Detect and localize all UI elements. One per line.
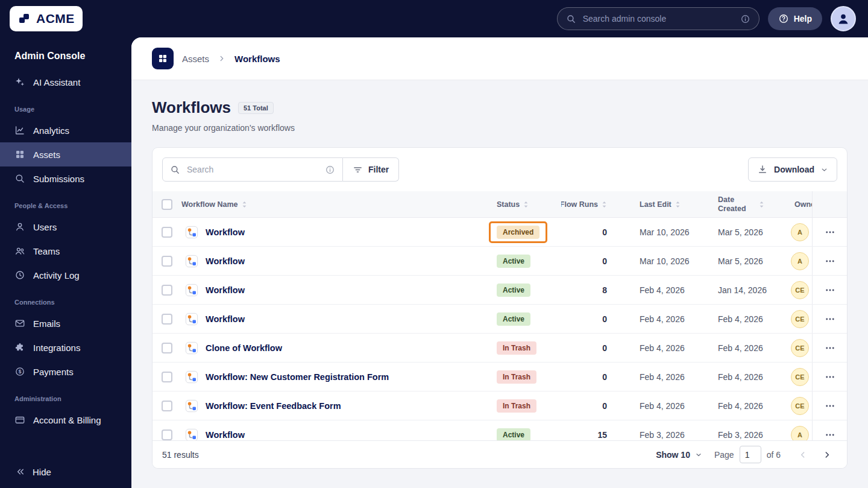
sort-icon[interactable] — [523, 200, 529, 209]
row-more-button[interactable] — [820, 338, 840, 358]
flow-runs-value: 8 — [561, 285, 621, 295]
logo-text: ACME — [36, 11, 75, 26]
table-body: Workflow Archived 0 Mar 10, 2026 Mar 5, … — [153, 218, 847, 440]
filter-icon — [353, 165, 363, 175]
last-edit-value: Feb 3, 2026 — [621, 430, 711, 440]
workflow-name[interactable]: Workflow: New Customer Registration Form — [206, 372, 389, 382]
row-checkbox[interactable] — [162, 429, 172, 440]
row-checkbox[interactable] — [162, 256, 172, 267]
topbar: ACME Help — [0, 0, 868, 37]
column-last-edit[interactable]: Last Edit — [640, 200, 671, 209]
sidebar-item-label: Activity Log — [33, 270, 80, 280]
sidebar-item-label: Analytics — [33, 125, 69, 136]
column-flow-runs[interactable]: Flow Runs — [561, 200, 598, 209]
table-search-input[interactable] — [186, 164, 319, 175]
download-button[interactable]: Download — [748, 157, 837, 182]
workflow-icon — [185, 428, 198, 441]
date-created-value: Feb 4, 2026 — [711, 314, 787, 324]
sidebar-item-users[interactable]: Users — [0, 215, 131, 239]
acme-logo[interactable]: ACME — [10, 6, 83, 31]
page-size-select[interactable]: Show 10 — [656, 450, 702, 460]
download-icon — [757, 164, 768, 175]
sidebar-item-payments[interactable]: $ Payments — [0, 360, 131, 384]
row-more-button[interactable] — [820, 425, 840, 441]
section-heading-people: People & Access — [0, 191, 131, 215]
page-size-label: Show 10 — [656, 450, 690, 460]
sidebar-item-ai-assistant[interactable]: AI Assistant — [0, 70, 131, 94]
user-avatar[interactable] — [831, 6, 856, 31]
last-edit-value: Mar 10, 2026 — [621, 256, 711, 266]
filter-button[interactable]: Filter — [343, 157, 399, 182]
page-number-input[interactable] — [740, 446, 761, 463]
sidebar-item-account-billing[interactable]: Account & Billing — [0, 408, 131, 432]
submissions-icon — [14, 173, 25, 184]
sidebar-item-activity-log[interactable]: Activity Log — [0, 263, 131, 287]
next-page-button[interactable] — [817, 445, 837, 465]
flow-runs-value: 0 — [561, 401, 621, 411]
select-all-checkbox[interactable] — [162, 199, 172, 210]
sort-icon[interactable] — [602, 200, 607, 209]
workflow-name[interactable]: Workflow — [206, 430, 245, 440]
row-checkbox[interactable] — [162, 343, 172, 353]
chevron-down-icon — [695, 451, 702, 458]
status-badge: In Trash — [497, 399, 536, 413]
sidebar-item-integrations[interactable]: Integrations — [0, 335, 131, 360]
row-checkbox[interactable] — [162, 285, 172, 296]
workflow-name[interactable]: Clone of Workflow — [206, 343, 282, 353]
column-date-created[interactable]: Date Created — [718, 195, 755, 213]
section-heading-connections: Connections — [0, 287, 131, 311]
row-more-button[interactable] — [820, 222, 840, 242]
status-badge-wrap: Active — [489, 424, 538, 441]
sort-icon[interactable] — [759, 200, 764, 209]
column-status[interactable]: Status — [497, 200, 520, 209]
chevron-right-icon — [218, 54, 226, 63]
sidebar-item-teams[interactable]: Teams — [0, 239, 131, 263]
row-checkbox[interactable] — [162, 372, 172, 382]
row-more-button[interactable] — [820, 367, 840, 387]
workflow-icon — [185, 226, 198, 239]
workflow-name[interactable]: Workflow — [206, 285, 245, 295]
sidebar-item-analytics[interactable]: Analytics — [0, 118, 131, 142]
breadcrumb: Assets Workflows — [131, 37, 868, 80]
row-checkbox[interactable] — [162, 314, 172, 325]
help-label: Help — [794, 14, 812, 24]
row-more-button[interactable] — [820, 309, 840, 329]
payments-icon: $ — [14, 366, 25, 377]
previous-page-button[interactable] — [793, 445, 813, 465]
sort-icon[interactable] — [675, 200, 681, 209]
breadcrumb-assets[interactable]: Assets — [182, 54, 209, 64]
last-edit-value: Feb 4, 2026 — [621, 401, 711, 411]
sort-icon[interactable] — [242, 200, 247, 209]
table-row: Workflow: New Customer Registration Form… — [153, 363, 847, 391]
column-owner[interactable]: Owner — [794, 200, 812, 209]
search-icon — [170, 165, 180, 175]
sidebar-hide-button[interactable]: Hide — [0, 459, 131, 488]
page-title: Workflows — [152, 98, 231, 117]
row-checkbox[interactable] — [162, 401, 172, 411]
status-badge-wrap: In Trash — [489, 366, 544, 388]
breadcrumb-workflows: Workflows — [234, 54, 280, 64]
help-button[interactable]: Help — [768, 7, 822, 30]
admin-search[interactable] — [557, 7, 760, 30]
workflow-name[interactable]: Workflow — [206, 256, 245, 266]
table-search[interactable] — [162, 157, 343, 182]
workflow-name[interactable]: Workflow: Event Feedback Form — [206, 401, 341, 411]
sidebar-item-submissions[interactable]: Submissions — [0, 166, 131, 191]
admin-search-input[interactable] — [582, 13, 735, 24]
workflow-name[interactable]: Workflow — [206, 314, 245, 324]
row-more-button[interactable] — [820, 251, 840, 271]
row-more-button[interactable] — [820, 280, 840, 300]
owner-avatar: CE — [791, 281, 809, 299]
chevron-down-icon — [820, 166, 828, 174]
sidebar-item-emails[interactable]: Emails — [0, 311, 131, 335]
sidebar-item-label: Account & Billing — [33, 415, 101, 425]
column-workflow-name[interactable]: Workflow Name — [181, 200, 238, 209]
row-checkbox[interactable] — [162, 227, 172, 238]
sidebar-item-assets[interactable]: Assets — [0, 142, 131, 166]
puzzle-icon — [14, 342, 25, 353]
assets-breadcrumb-icon — [152, 48, 174, 69]
workflow-name[interactable]: Workflow — [206, 227, 245, 237]
row-more-button[interactable] — [820, 396, 840, 416]
flow-runs-value: 0 — [561, 227, 621, 237]
sidebar-item-label: Teams — [33, 246, 60, 256]
